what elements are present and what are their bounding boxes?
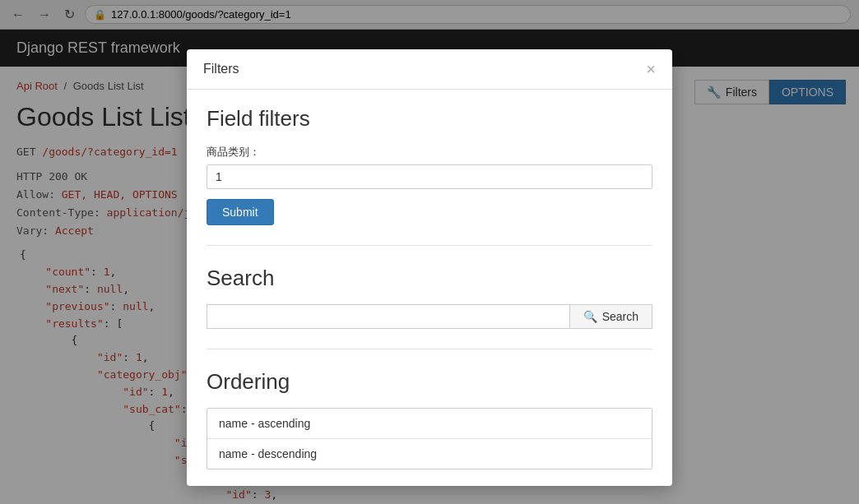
search-input[interactable] — [207, 304, 569, 329]
search-row: 🔍 Search — [207, 304, 652, 329]
ordering-section: Ordering name - ascending name - descend… — [207, 369, 652, 469]
search-button[interactable]: 🔍 Search — [569, 304, 652, 329]
field-label: 商品类别： — [207, 145, 652, 160]
section-divider-2 — [207, 349, 652, 349]
modal-close-button[interactable]: × — [646, 61, 656, 77]
section-divider-1 — [207, 245, 652, 246]
field-filters-section: Field filters 商品类别： Submit — [207, 106, 652, 225]
filters-modal: Filters × Field filters 商品类别： Submit Sea… — [187, 49, 672, 486]
category-id-input[interactable] — [207, 164, 652, 189]
ordering-item-ascending[interactable]: name - ascending — [207, 409, 652, 439]
ordering-list: name - ascending name - descending — [207, 408, 652, 469]
search-title: Search — [207, 266, 652, 291]
submit-button[interactable]: Submit — [207, 199, 274, 225]
modal-header: Filters × — [187, 49, 672, 90]
modal-overlay: Filters × Field filters 商品类别： Submit Sea… — [0, 0, 859, 504]
ordering-title: Ordering — [207, 369, 652, 395]
search-icon: 🔍 — [583, 310, 597, 323]
modal-title: Filters — [203, 62, 239, 76]
field-filters-title: Field filters — [207, 106, 652, 132]
search-section: Search 🔍 Search — [207, 266, 652, 329]
search-button-label: Search — [602, 310, 638, 323]
modal-body: Field filters 商品类别： Submit Search 🔍 Sear… — [187, 90, 672, 486]
ordering-item-descending[interactable]: name - descending — [207, 439, 652, 469]
